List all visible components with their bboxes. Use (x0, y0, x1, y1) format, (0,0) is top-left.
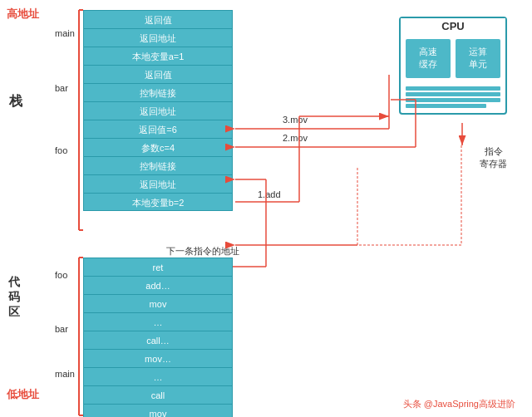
low-addr-label: 低地址 (7, 387, 39, 402)
svg-text:1.add: 1.add (258, 189, 281, 199)
stack-block: 控制链接 (83, 156, 233, 174)
code-area-label: 代 码 区 (3, 274, 25, 320)
next-instr-label: 下一条指令的地址 (166, 245, 239, 258)
code-block: ret (83, 258, 233, 276)
section-label-code-bar: bar (55, 324, 68, 334)
section-label-main: main (55, 28, 75, 38)
stack-block: 返回值 (83, 10, 233, 28)
instr-reg-label: 指令 寄存器 (480, 145, 507, 171)
cpu-alu: 运算 单元 (456, 39, 500, 78)
cpu-bar (406, 98, 500, 102)
code-block: add… (83, 276, 233, 294)
cpu-bar (406, 86, 500, 91)
cpu-title: CPU (401, 18, 505, 34)
stack-block: 返回地址 (83, 28, 233, 47)
cpu-bar (406, 92, 500, 96)
code-block: mov… (83, 349, 233, 367)
section-label-code-main: main (55, 369, 75, 379)
cpu-cache: 高速 缓存 (406, 39, 451, 78)
stack-block: 参数c=4 (83, 138, 233, 156)
svg-text:2.mov: 2.mov (283, 133, 308, 143)
section-label-foo: foo (55, 145, 67, 155)
cpu-inner: 高速 缓存 运算 单元 (401, 34, 505, 83)
stack-label: 栈 (7, 83, 24, 86)
cpu-memory-bars (406, 86, 500, 108)
code-block: … (83, 367, 233, 385)
code-block: call (83, 385, 233, 404)
high-addr-label: 高地址 (7, 7, 39, 22)
svg-text:3.mov: 3.mov (283, 115, 308, 125)
stack-container: 返回值 返回地址 本地变量a=1 返回值 控制链接 返回地址 返回值=6 参数c… (83, 10, 233, 211)
stack-block: 本地变量a=1 (83, 47, 233, 65)
watermark: 头条 @JavaSpring高级进阶 (403, 398, 515, 410)
stack-block: 返回值=6 (83, 120, 233, 138)
code-block: … (83, 312, 233, 331)
section-label-code-foo: foo (55, 270, 67, 280)
code-block: mov (83, 294, 233, 312)
stack-block: 返回地址 (83, 174, 233, 193)
section-label-bar: bar (55, 83, 68, 93)
stack-block: 本地变量b=2 (83, 193, 233, 211)
code-container: ret add… mov … call… mov… … call mov (83, 258, 233, 417)
stack-block: 控制链接 (83, 83, 233, 101)
stack-block: 返回值 (83, 65, 233, 83)
diagram: 高地址 低地址 栈 代 码 区 返回值 返回地址 本地变量a=1 返回值 控制链… (0, 0, 532, 417)
cpu-box: CPU 高速 缓存 运算 单元 (399, 17, 507, 115)
cpu-bar (406, 104, 486, 108)
stack-block: 返回地址 (83, 101, 233, 120)
code-block: mov (83, 404, 233, 417)
code-block: call… (83, 331, 233, 349)
